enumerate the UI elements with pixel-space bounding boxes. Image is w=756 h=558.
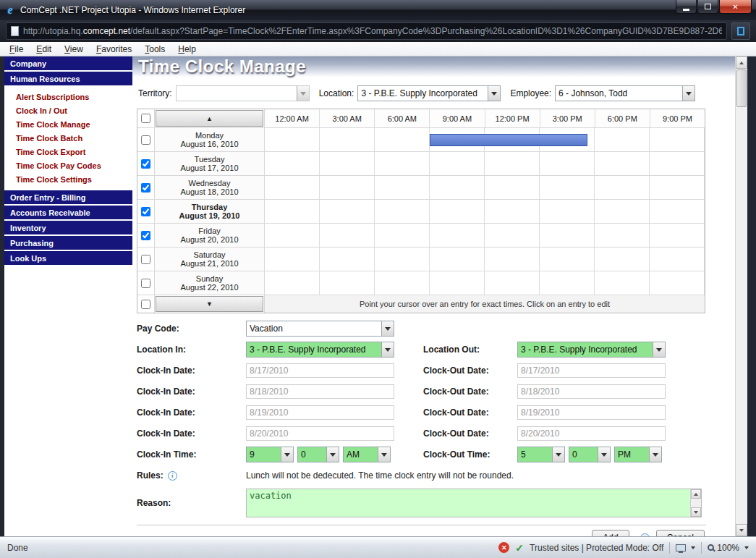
- clock-out-time-label: Clock-Out Time:: [423, 449, 517, 460]
- sidebar-section-purchasing[interactable]: Purchasing: [4, 236, 132, 250]
- trusted-check-icon: ✓: [515, 542, 524, 554]
- reason-textarea[interactable]: vacation: [247, 489, 690, 517]
- address-input[interactable]: http://utopia.hq.comcept.net/default.asp…: [6, 22, 727, 40]
- clock-out-date-input-1[interactable]: [517, 363, 666, 378]
- timeline-monday[interactable]: [265, 128, 705, 151]
- time-header: 9:00 PM: [650, 109, 705, 127]
- clock-in-minute-select[interactable]: 0: [297, 447, 339, 462]
- sidebar-section-look-ups[interactable]: Look Ups: [4, 251, 132, 265]
- security-zone-text[interactable]: Trusted sites | Protected Mode: Off: [530, 543, 663, 553]
- menu-favorites[interactable]: Favorites: [90, 43, 138, 56]
- chevron-down-icon: [598, 447, 610, 462]
- chevron-down-icon: [653, 342, 665, 357]
- timeline-saturday[interactable]: [265, 248, 705, 271]
- select-all-checkbox[interactable]: [141, 114, 150, 123]
- clock-out-minute-select[interactable]: 0: [569, 447, 611, 462]
- sidebar-item-time-clock-batch[interactable]: Time Clock Batch: [4, 131, 132, 145]
- location-in-select[interactable]: 3 - P.B.E. Supply Incorporated: [246, 342, 394, 358]
- sidebar-item-time-clock-manage[interactable]: Time Clock Manage: [4, 117, 132, 131]
- clock-in-date-input-1[interactable]: [246, 363, 394, 378]
- sidebar-item-time-clock-export[interactable]: Time Clock Export: [4, 145, 132, 158]
- sidebar-section-human-resources[interactable]: Human Resources: [4, 72, 132, 85]
- reason-scrollbar[interactable]: [690, 489, 701, 517]
- page-title: Time Clock Manage: [138, 56, 306, 77]
- scroll-up-button[interactable]: ▲: [156, 110, 263, 127]
- clock-out-hour-select[interactable]: 5: [517, 447, 565, 462]
- menu-view[interactable]: View: [58, 43, 90, 56]
- minimize-button[interactable]: [676, 0, 697, 14]
- clock-in-date-input-3[interactable]: [246, 405, 394, 420]
- scrollbar-up-button[interactable]: [736, 56, 747, 69]
- clock-in-ampm-select[interactable]: AM: [343, 447, 391, 462]
- vertical-scrollbar[interactable]: [735, 56, 747, 536]
- timeline-friday[interactable]: [265, 224, 705, 247]
- clock-in-date-input-4[interactable]: [246, 426, 394, 441]
- zoom-control[interactable]: 100%: [708, 543, 749, 553]
- add-info-icon[interactable]: i: [640, 533, 650, 537]
- filter-row: Territory: Location: 3 - P.B.E. Supply I…: [138, 85, 706, 101]
- location-out-select[interactable]: 3 - P.B.E. Supply Incorporated: [517, 342, 666, 358]
- day-checkbox-saturday[interactable]: [141, 255, 150, 264]
- sidebar-section-company[interactable]: Company: [4, 56, 132, 70]
- clock-out-date-label-1: Clock-Out Date:: [423, 365, 517, 376]
- add-button[interactable]: Add: [592, 530, 629, 536]
- pay-code-select[interactable]: Vacation: [246, 321, 394, 337]
- sidebar-item-alert-subscriptions[interactable]: Alert Subscriptions: [4, 90, 132, 103]
- timeline-sunday[interactable]: [265, 271, 705, 295]
- clock-in-hour-select[interactable]: 9: [246, 447, 294, 462]
- sidebar-item-clock-in-out[interactable]: Clock In / Out: [4, 103, 132, 117]
- clock-out-date-input-4[interactable]: [517, 426, 666, 441]
- clock-out-date-input-3[interactable]: [517, 405, 666, 420]
- time-header: 12:00 PM: [485, 109, 540, 127]
- sidebar-section-order-entry-billing[interactable]: Order Entry - Billing: [4, 190, 132, 204]
- day-checkbox-friday[interactable]: [141, 231, 150, 240]
- maximize-button[interactable]: [697, 0, 718, 14]
- clock-in-date-input-2[interactable]: [246, 384, 394, 399]
- rules-info-icon[interactable]: i: [168, 471, 177, 481]
- clock-in-time-label: Clock-In Time:: [137, 449, 246, 460]
- day-row-saturday: SaturdayAugust 21, 2010: [137, 248, 705, 271]
- location-in-value: 3 - P.B.E. Supply Incorporated: [247, 342, 381, 357]
- timeline-wednesday[interactable]: [265, 176, 705, 199]
- menu-help[interactable]: Help: [171, 43, 203, 56]
- sidebar-section-accounts-receivable[interactable]: Accounts Receivable: [4, 206, 132, 219]
- clock-out-date-input-2[interactable]: [517, 384, 666, 399]
- territory-select[interactable]: [176, 85, 310, 101]
- footer-checkbox[interactable]: [141, 300, 150, 309]
- menu-edit[interactable]: Edit: [30, 43, 58, 56]
- day-date: August 18, 2010: [180, 187, 238, 196]
- chevron-down-icon: [552, 447, 564, 462]
- reason-scroll-down-button[interactable]: [691, 507, 701, 517]
- sidebar-item-time-clock-settings[interactable]: Time Clock Settings: [4, 172, 132, 186]
- day-checkbox-sunday[interactable]: [141, 279, 150, 288]
- scrollbar-thumb[interactable]: [736, 69, 747, 107]
- day-checkbox-tuesday[interactable]: [141, 159, 150, 169]
- close-button[interactable]: ✕: [719, 0, 752, 14]
- scroll-down-button[interactable]: ▼: [156, 296, 263, 312]
- menu-file[interactable]: File: [3, 43, 30, 56]
- day-checkbox-thursday[interactable]: [141, 207, 150, 216]
- timeline-tuesday[interactable]: [265, 152, 705, 175]
- ie-logo-icon: e: [4, 4, 16, 17]
- cancel-button[interactable]: Cancel: [656, 530, 705, 536]
- close-icon: ✕: [732, 3, 738, 11]
- sidebar-item-time-clock-pay-codes[interactable]: Time Clock Pay Codes: [4, 158, 132, 172]
- reason-scroll-up-button[interactable]: [691, 489, 701, 499]
- menu-tools[interactable]: Tools: [138, 43, 171, 56]
- clock-in-date-label-3: Clock-In Date:: [137, 407, 246, 418]
- time-entry-bar[interactable]: [430, 134, 587, 146]
- timeline-thursday[interactable]: [265, 200, 705, 223]
- location-value: 3 - P.B.E. Supply Incorporated: [358, 86, 488, 101]
- employee-select[interactable]: 6 - Johnson, Todd: [555, 85, 695, 101]
- address-action-button[interactable]: [731, 22, 750, 40]
- chevron-down-icon: [488, 86, 500, 101]
- page-menu-button[interactable]: [676, 544, 695, 551]
- clock-out-ampm-select[interactable]: PM: [614, 447, 662, 462]
- menu-bar: File Edit View Favorites Tools Help: [0, 42, 756, 56]
- location-select[interactable]: 3 - P.B.E. Supply Incorporated: [357, 85, 501, 101]
- scrollbar-track[interactable]: [736, 108, 747, 524]
- sidebar-section-inventory[interactable]: Inventory: [4, 221, 132, 234]
- day-checkbox-wednesday[interactable]: [141, 183, 150, 193]
- day-checkbox-monday[interactable]: [141, 135, 150, 145]
- scrollbar-down-button[interactable]: [736, 524, 747, 536]
